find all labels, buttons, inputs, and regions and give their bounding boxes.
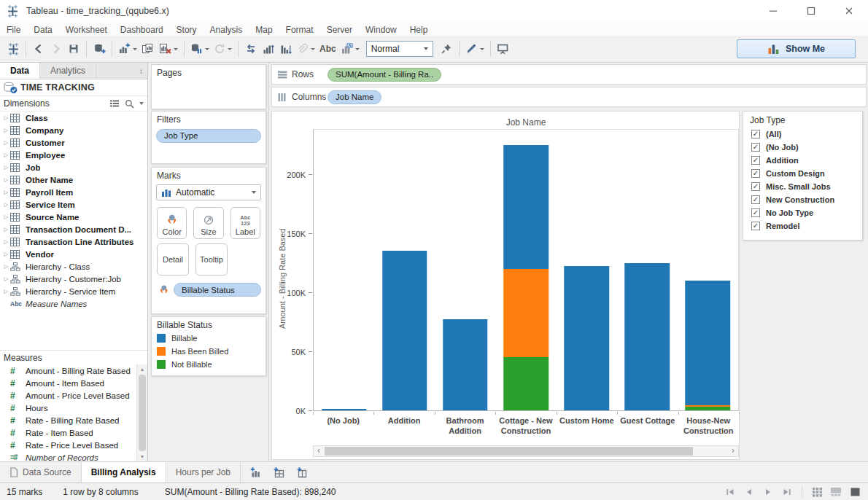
menu-story[interactable]: Story: [170, 25, 204, 35]
dimension-field[interactable]: ▷Transaction Line Attributes: [0, 235, 147, 248]
expand-triangle-icon[interactable]: ▷: [2, 263, 10, 270]
dimension-field[interactable]: AbcMeasure Names: [0, 297, 147, 310]
maximize-button[interactable]: [792, 0, 830, 22]
menu-file[interactable]: File: [0, 25, 27, 35]
previous-sheet-button[interactable]: [742, 485, 756, 499]
tab-data[interactable]: Data: [0, 63, 40, 79]
detail-button[interactable]: Detail: [157, 243, 189, 276]
sheet-tab-billing-analysis[interactable]: Billing Analysis: [82, 462, 166, 483]
expand-triangle-icon[interactable]: ▷: [2, 238, 10, 245]
save-button[interactable]: [65, 39, 82, 59]
pin-button[interactable]: [438, 39, 455, 59]
show-filmstrip-button[interactable]: [829, 485, 843, 499]
dimension-field[interactable]: ▷Payroll Item: [0, 186, 147, 198]
new-dashboard-button[interactable]: [268, 462, 291, 483]
bar-segment-billable[interactable]: [503, 145, 549, 269]
rows-pill-sum-amount[interactable]: SUM(Amount - Billing Ra..: [328, 68, 441, 82]
bar-segment-billable[interactable]: [322, 409, 367, 410]
expand-triangle-icon[interactable]: ▷: [2, 201, 10, 208]
new-worksheet-button[interactable]: [244, 462, 268, 483]
view-mode-select[interactable]: Normal: [366, 41, 433, 57]
expand-triangle-icon[interactable]: ▷: [2, 189, 10, 195]
rows-shelf[interactable]: Rows SUM(Amount - Billing Ra..: [271, 64, 867, 85]
swap-rows-columns-button[interactable]: [242, 39, 260, 59]
show-sheet-sorter-button[interactable]: [810, 485, 824, 499]
minimize-button[interactable]: [754, 0, 792, 22]
redo-button[interactable]: [47, 39, 65, 59]
scrollbar-thumb[interactable]: [139, 375, 146, 451]
size-button[interactable]: Size: [193, 207, 223, 239]
menu-map[interactable]: Map: [249, 25, 279, 35]
tab-analytics[interactable]: Analytics: [40, 63, 96, 79]
dimension-field[interactable]: ▷Hierarchy - Class: [0, 260, 147, 273]
format-pen-button[interactable]: [463, 39, 487, 59]
menu-format[interactable]: Format: [279, 25, 320, 35]
tableau-logo-button[interactable]: [4, 39, 22, 59]
checkbox[interactable]: ✓: [751, 208, 760, 217]
dimension-field[interactable]: ▷Hierarchy - Service Item: [0, 285, 147, 297]
sheet-tab-data-source[interactable]: Data Source: [0, 462, 82, 483]
menu-dashboard[interactable]: Dashboard: [114, 25, 170, 35]
scrollbar-thumb[interactable]: [325, 447, 693, 456]
filter-option[interactable]: ✓Addition: [743, 154, 862, 167]
show-tabs-button[interactable]: [848, 485, 862, 499]
checkbox[interactable]: ✓: [751, 169, 760, 178]
filter-option[interactable]: ✓Misc. Small Jobs: [743, 180, 862, 193]
columns-pill-job-name[interactable]: Job Name: [328, 90, 381, 104]
label-button[interactable]: Abc123Label: [230, 207, 260, 239]
tooltip-button[interactable]: Tooltip: [195, 243, 228, 276]
checkbox[interactable]: ✓: [751, 130, 760, 138]
chevron-down-icon[interactable]: [139, 102, 144, 105]
search-icon[interactable]: [125, 99, 134, 109]
expand-triangle-icon[interactable]: ▷: [2, 214, 10, 220]
menu-analysis[interactable]: Analysis: [204, 25, 249, 35]
filter-option[interactable]: ✓(No Job): [743, 141, 862, 154]
duplicate-sheet-button[interactable]: [139, 39, 157, 59]
presentation-button[interactable]: [495, 39, 512, 59]
datasource-row[interactable]: TIME TRACKING: [0, 79, 147, 96]
list-view-icon[interactable]: [109, 99, 120, 108]
new-story-button[interactable]: [291, 462, 314, 483]
dimension-field[interactable]: ▷Job: [0, 161, 147, 173]
next-sheet-button[interactable]: [761, 485, 775, 499]
clear-sheet-button[interactable]: [157, 39, 180, 59]
color-button[interactable]: Color: [157, 207, 187, 239]
bar-segment-billable[interactable]: [686, 281, 731, 405]
measure-field[interactable]: =#Number of Records: [0, 451, 137, 461]
scroll-down-icon[interactable]: ▼: [137, 452, 147, 461]
menu-server[interactable]: Server: [320, 25, 359, 35]
measure-field[interactable]: #Amount - Billing Rate Based: [0, 364, 137, 377]
dimension-field[interactable]: ▷Employee: [0, 149, 147, 161]
mark-type-dropdown[interactable]: Automatic: [156, 184, 261, 200]
checkbox[interactable]: ✓: [751, 182, 760, 191]
columns-shelf[interactable]: Columns Job Name: [271, 87, 867, 107]
filter-pill-job-type[interactable]: Job Type: [156, 129, 261, 143]
bar-segment-has-been-billed[interactable]: [503, 269, 549, 357]
scroll-left-icon[interactable]: ‹: [314, 446, 323, 456]
filter-option[interactable]: ✓New Construction: [743, 193, 862, 206]
menu-worksheet[interactable]: Worksheet: [59, 25, 114, 35]
dimension-field[interactable]: ▷Class: [0, 112, 147, 124]
sheet-tab-hours-per-job[interactable]: Hours per Job: [166, 462, 241, 483]
menu-window[interactable]: Window: [359, 25, 403, 35]
filter-option[interactable]: ✓Remodel: [743, 219, 862, 233]
checkbox[interactable]: ✓: [751, 156, 760, 165]
pane-splitter-icon[interactable]: ↕: [139, 63, 147, 79]
pause-updates-button[interactable]: [188, 39, 212, 59]
expand-triangle-icon[interactable]: ▷: [2, 226, 10, 233]
horizontal-scrollbar[interactable]: ‹ ›: [313, 445, 739, 457]
filter-option[interactable]: ✓(All): [743, 128, 862, 141]
expand-triangle-icon[interactable]: ▷: [2, 139, 10, 146]
dimension-field[interactable]: ▷Hierarchy - Customer:Job: [0, 273, 147, 285]
measures-scrollbar[interactable]: ▲ ▼: [136, 364, 147, 461]
bar-segment-not-billable[interactable]: [686, 407, 731, 410]
mark-labels-button[interactable]: [338, 39, 362, 59]
measure-field[interactable]: #Hours: [0, 402, 137, 414]
abc-labels-button[interactable]: Abc: [317, 39, 338, 59]
first-sheet-button[interactable]: [723, 485, 737, 499]
expand-triangle-icon[interactable]: ▷: [2, 127, 10, 133]
dimension-field[interactable]: ▷Customer: [0, 136, 147, 149]
expand-triangle-icon[interactable]: ▷: [2, 276, 10, 282]
add-data-button[interactable]: [90, 39, 108, 59]
measure-field[interactable]: #Rate - Price Level Based: [0, 439, 137, 451]
